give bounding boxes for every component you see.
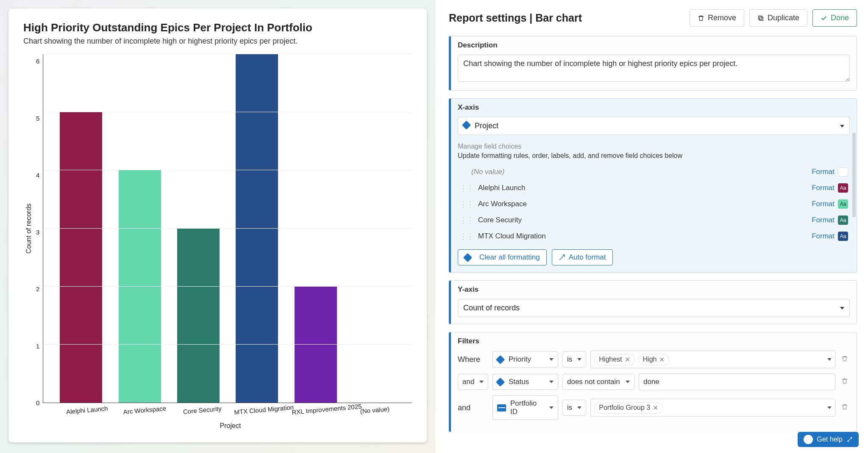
filter-row: andStatusdoes not contain: [458, 373, 850, 390]
bar[interactable]: [119, 170, 161, 403]
wand-icon: [559, 254, 565, 261]
y-tick: 5: [36, 115, 39, 122]
format-link[interactable]: Format: [812, 168, 835, 176]
filter-field-select[interactable]: Portfolio ID: [492, 395, 558, 420]
filter-join-label: and: [458, 403, 488, 412]
filter-operator-select[interactable]: does not contain: [562, 374, 634, 390]
plot-area: [43, 54, 412, 403]
chevron-down-icon: [827, 358, 832, 361]
grid-line: [43, 344, 412, 345]
filter-join-select[interactable]: and: [458, 374, 488, 390]
filter-value-chipbox[interactable]: Highest✕High✕: [590, 351, 835, 368]
copy-icon: [757, 15, 764, 22]
description-input[interactable]: [458, 55, 850, 82]
drag-handle-icon[interactable]: ⋮⋮: [459, 215, 473, 225]
field-type-icon: [496, 355, 505, 364]
yaxis-field-select[interactable]: Count of records: [458, 299, 850, 317]
drag-handle-icon[interactable]: ⋮⋮: [459, 232, 473, 241]
description-label: Description: [451, 36, 857, 50]
svg-rect-1: [759, 16, 762, 19]
clear-formatting-button[interactable]: Clear all formatting: [458, 249, 547, 265]
chevron-down-icon: [840, 125, 844, 127]
color-swatch[interactable]: Aa: [838, 215, 848, 225]
chip-remove-icon[interactable]: ✕: [625, 356, 630, 364]
y-axis-label: Count of records: [23, 54, 33, 403]
trash-icon: [841, 403, 848, 410]
manage-choices-title: Manage field choices: [458, 143, 850, 150]
color-swatch[interactable]: Aa: [838, 183, 848, 193]
get-help-button[interactable]: Get help: [798, 432, 859, 447]
chart-subtitle: Chart showing the number of incomplete h…: [23, 37, 412, 46]
y-axis-ticks: 6543210: [33, 54, 43, 403]
chevron-down-icon: [626, 381, 630, 383]
filter-field-select[interactable]: Priority: [492, 351, 558, 367]
filter-row: WherePriorityisHighest✕High✕: [458, 351, 850, 368]
grid-line: [43, 170, 412, 170]
drag-handle-icon[interactable]: ⋮⋮: [459, 183, 473, 193]
filter-chip[interactable]: High✕: [638, 354, 670, 365]
field-choice-label: Arc Workspace: [478, 200, 812, 208]
xaxis-field-select[interactable]: Project: [458, 117, 850, 135]
bar[interactable]: [177, 229, 220, 403]
trash-icon: [841, 378, 848, 384]
manage-choices-subtitle: Update formatting rules, order, labels, …: [458, 152, 850, 160]
filter-chip[interactable]: Highest✕: [594, 354, 634, 365]
settings-header: Report settings | Bar chart Remove Dupli…: [449, 9, 857, 27]
chevron-down-icon: [479, 381, 484, 383]
filter-remove-button[interactable]: [840, 378, 850, 387]
bar[interactable]: [236, 54, 278, 403]
field-choice-label: (No value): [459, 168, 812, 176]
chip-remove-icon[interactable]: ✕: [653, 404, 658, 412]
duplicate-button[interactable]: Duplicate: [749, 9, 807, 27]
grid-line: [43, 286, 412, 287]
remove-button[interactable]: Remove: [690, 9, 744, 27]
chart-preview-pane: High Priority Outstanding Epics Per Proj…: [0, 0, 435, 453]
trash-icon: [841, 355, 848, 362]
drag-handle-icon[interactable]: ⋮⋮: [459, 199, 473, 209]
bar[interactable]: [60, 112, 102, 403]
id-field-icon: [497, 404, 506, 412]
field-choice-row: (No value)Format: [458, 164, 850, 180]
field-choice-row: ⋮⋮MTX Cloud MigrationFormatAa: [458, 228, 850, 244]
xaxis-label: X-axis: [451, 99, 857, 112]
filter-remove-button[interactable]: [840, 355, 850, 364]
yaxis-panel: Y-axis Count of records: [449, 280, 857, 324]
filter-field-select[interactable]: Status: [492, 374, 558, 390]
filter-remove-button[interactable]: [840, 403, 850, 412]
filter-operator-select[interactable]: is: [562, 351, 586, 367]
chevron-down-icon: [549, 406, 554, 409]
format-link[interactable]: Format: [812, 216, 835, 224]
y-tick: 4: [36, 171, 39, 179]
field-choice-row: ⋮⋮Core SecurityFormatAa: [458, 212, 850, 228]
format-link[interactable]: Format: [812, 200, 835, 208]
scrollbar[interactable]: [852, 133, 856, 217]
color-swatch[interactable]: Aa: [838, 232, 848, 241]
format-link[interactable]: Format: [812, 232, 835, 240]
x-axis-label: Project: [49, 422, 412, 430]
field-type-icon: [462, 121, 471, 130]
filter-value-input[interactable]: [639, 373, 835, 390]
clear-icon: [463, 253, 472, 262]
chart-title: High Priority Outstanding Epics Per Proj…: [23, 21, 412, 34]
settings-pane: Report settings | Bar chart Remove Dupli…: [435, 0, 868, 453]
filter-chip[interactable]: Portfolio Group 3✕: [594, 402, 663, 414]
y-tick: 3: [36, 229, 39, 236]
filters-panel: Filters WherePriorityisHighest✕High✕andS…: [449, 332, 857, 432]
format-link[interactable]: Format: [812, 184, 835, 192]
filter-value-chipbox[interactable]: Portfolio Group 3✕: [590, 399, 835, 417]
color-swatch[interactable]: [838, 167, 848, 177]
trash-icon: [698, 15, 704, 22]
done-button[interactable]: Done: [812, 9, 857, 27]
field-choice-label: MTX Cloud Migration: [478, 232, 812, 240]
filter-operator-select[interactable]: is: [562, 400, 586, 416]
chart-body: Count of records 6543210 Alelphi LaunchA…: [23, 54, 412, 430]
x-axis-ticks: Alelphi LaunchArc WorkspaceCore Security…: [50, 403, 412, 414]
chart-card: High Priority Outstanding Epics Per Proj…: [8, 8, 427, 442]
auto-format-button[interactable]: Auto format: [552, 249, 613, 265]
chip-remove-icon[interactable]: ✕: [659, 356, 665, 364]
filter-where-label: Where: [458, 355, 488, 364]
svg-rect-0: [760, 17, 763, 20]
x-tick: MTX Cloud Migration: [234, 401, 286, 416]
color-swatch[interactable]: Aa: [838, 199, 848, 209]
y-tick: 0: [36, 399, 39, 406]
